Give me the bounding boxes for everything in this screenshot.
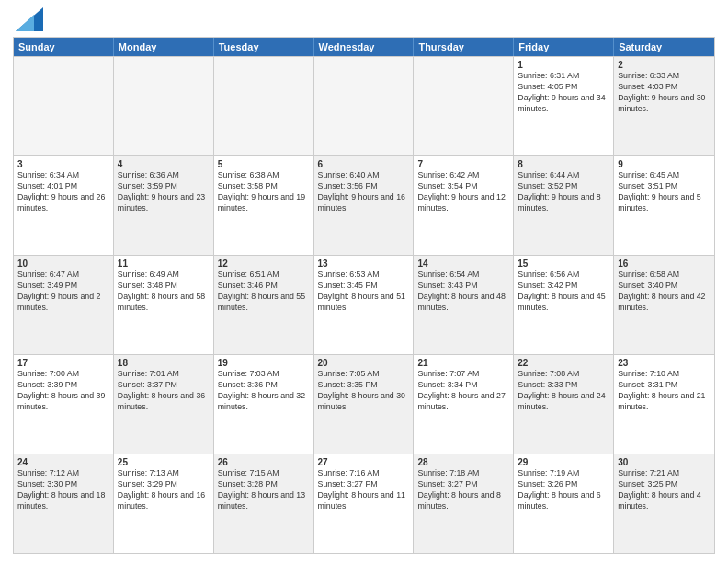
day-number: 6 xyxy=(318,159,410,169)
calendar-body: 1Sunrise: 6:31 AM Sunset: 4:05 PM Daylig… xyxy=(14,56,714,553)
day-info: Sunrise: 6:42 AM Sunset: 3:54 PM Dayligh… xyxy=(417,170,509,214)
calendar-cell xyxy=(14,57,114,155)
day-number: 23 xyxy=(618,358,711,368)
day-info: Sunrise: 6:36 AM Sunset: 3:59 PM Dayligh… xyxy=(118,170,210,214)
day-number: 16 xyxy=(618,259,711,269)
day-info: Sunrise: 7:05 AM Sunset: 3:35 PM Dayligh… xyxy=(318,369,410,413)
logo-text xyxy=(13,13,43,31)
day-info: Sunrise: 6:45 AM Sunset: 3:51 PM Dayligh… xyxy=(618,170,711,214)
calendar-cell: 28Sunrise: 7:18 AM Sunset: 3:27 PM Dayli… xyxy=(414,454,514,553)
day-info: Sunrise: 7:10 AM Sunset: 3:31 PM Dayligh… xyxy=(618,369,711,413)
logo-icon xyxy=(16,7,43,31)
calendar-cell: 8Sunrise: 6:44 AM Sunset: 3:52 PM Daylig… xyxy=(514,156,614,255)
day-number: 22 xyxy=(518,358,609,368)
calendar-cell: 2Sunrise: 6:33 AM Sunset: 4:03 PM Daylig… xyxy=(614,57,714,155)
day-number: 10 xyxy=(17,259,109,269)
day-number: 11 xyxy=(118,259,210,269)
day-number: 30 xyxy=(618,457,711,467)
day-number: 5 xyxy=(218,159,310,169)
day-number: 13 xyxy=(318,259,410,269)
calendar: SundayMondayTuesdayWednesdayThursdayFrid… xyxy=(13,37,715,554)
day-number: 14 xyxy=(417,259,509,269)
logo xyxy=(13,13,43,31)
day-info: Sunrise: 7:07 AM Sunset: 3:34 PM Dayligh… xyxy=(417,369,509,413)
day-info: Sunrise: 7:00 AM Sunset: 3:39 PM Dayligh… xyxy=(17,369,109,413)
calendar-row-2: 3Sunrise: 6:34 AM Sunset: 4:01 PM Daylig… xyxy=(14,155,714,255)
calendar-cell: 19Sunrise: 7:03 AM Sunset: 3:36 PM Dayli… xyxy=(214,355,314,454)
calendar-cell: 23Sunrise: 7:10 AM Sunset: 3:31 PM Dayli… xyxy=(614,355,714,454)
day-number: 26 xyxy=(218,457,310,467)
day-info: Sunrise: 6:38 AM Sunset: 3:58 PM Dayligh… xyxy=(218,170,310,214)
calendar-cell: 6Sunrise: 6:40 AM Sunset: 3:56 PM Daylig… xyxy=(314,156,415,255)
calendar-cell: 3Sunrise: 6:34 AM Sunset: 4:01 PM Daylig… xyxy=(14,156,114,255)
header-day-saturday: Saturday xyxy=(614,38,714,56)
day-info: Sunrise: 6:44 AM Sunset: 3:52 PM Dayligh… xyxy=(518,170,609,214)
day-number: 15 xyxy=(518,259,609,269)
calendar-cell: 21Sunrise: 7:07 AM Sunset: 3:34 PM Dayli… xyxy=(414,355,514,454)
calendar-row-3: 10Sunrise: 6:47 AM Sunset: 3:49 PM Dayli… xyxy=(14,255,714,354)
header xyxy=(13,9,715,31)
day-number: 17 xyxy=(17,358,109,368)
calendar-cell: 4Sunrise: 6:36 AM Sunset: 3:59 PM Daylig… xyxy=(114,156,214,255)
calendar-cell: 16Sunrise: 6:58 AM Sunset: 3:40 PM Dayli… xyxy=(614,256,714,354)
day-number: 12 xyxy=(218,259,310,269)
calendar-cell: 29Sunrise: 7:19 AM Sunset: 3:26 PM Dayli… xyxy=(514,454,614,553)
day-number: 21 xyxy=(417,358,509,368)
day-number: 18 xyxy=(118,358,210,368)
day-number: 1 xyxy=(518,60,609,70)
calendar-header: SundayMondayTuesdayWednesdayThursdayFrid… xyxy=(14,38,714,56)
calendar-cell: 18Sunrise: 7:01 AM Sunset: 3:37 PM Dayli… xyxy=(114,355,214,454)
calendar-cell: 10Sunrise: 6:47 AM Sunset: 3:49 PM Dayli… xyxy=(14,256,114,354)
svg-marker-1 xyxy=(16,15,34,31)
header-day-tuesday: Tuesday xyxy=(214,38,314,56)
calendar-cell: 17Sunrise: 7:00 AM Sunset: 3:39 PM Dayli… xyxy=(14,355,114,454)
day-info: Sunrise: 7:18 AM Sunset: 3:27 PM Dayligh… xyxy=(417,468,509,512)
day-number: 25 xyxy=(118,457,210,467)
day-info: Sunrise: 6:31 AM Sunset: 4:05 PM Dayligh… xyxy=(518,71,609,115)
header-day-wednesday: Wednesday xyxy=(314,38,415,56)
day-info: Sunrise: 6:33 AM Sunset: 4:03 PM Dayligh… xyxy=(618,71,711,115)
header-day-sunday: Sunday xyxy=(14,38,114,56)
day-number: 28 xyxy=(417,457,509,467)
day-number: 20 xyxy=(318,358,410,368)
calendar-row-4: 17Sunrise: 7:00 AM Sunset: 3:39 PM Dayli… xyxy=(14,354,714,454)
day-info: Sunrise: 7:08 AM Sunset: 3:33 PM Dayligh… xyxy=(518,369,609,413)
calendar-cell: 12Sunrise: 6:51 AM Sunset: 3:46 PM Dayli… xyxy=(214,256,314,354)
day-info: Sunrise: 6:40 AM Sunset: 3:56 PM Dayligh… xyxy=(318,170,410,214)
calendar-cell: 27Sunrise: 7:16 AM Sunset: 3:27 PM Dayli… xyxy=(314,454,415,553)
day-number: 29 xyxy=(518,457,609,467)
calendar-cell: 25Sunrise: 7:13 AM Sunset: 3:29 PM Dayli… xyxy=(114,454,214,553)
day-info: Sunrise: 7:19 AM Sunset: 3:26 PM Dayligh… xyxy=(518,468,609,512)
calendar-cell: 5Sunrise: 6:38 AM Sunset: 3:58 PM Daylig… xyxy=(214,156,314,255)
day-info: Sunrise: 7:13 AM Sunset: 3:29 PM Dayligh… xyxy=(118,468,210,512)
day-number: 19 xyxy=(218,358,310,368)
day-info: Sunrise: 7:15 AM Sunset: 3:28 PM Dayligh… xyxy=(218,468,310,512)
header-day-thursday: Thursday xyxy=(414,38,514,56)
calendar-cell: 24Sunrise: 7:12 AM Sunset: 3:30 PM Dayli… xyxy=(14,454,114,553)
calendar-cell: 26Sunrise: 7:15 AM Sunset: 3:28 PM Dayli… xyxy=(214,454,314,553)
header-day-monday: Monday xyxy=(114,38,214,56)
calendar-cell: 22Sunrise: 7:08 AM Sunset: 3:33 PM Dayli… xyxy=(514,355,614,454)
calendar-cell: 11Sunrise: 6:49 AM Sunset: 3:48 PM Dayli… xyxy=(114,256,214,354)
calendar-cell: 30Sunrise: 7:21 AM Sunset: 3:25 PM Dayli… xyxy=(614,454,714,553)
day-number: 27 xyxy=(318,457,410,467)
day-info: Sunrise: 7:01 AM Sunset: 3:37 PM Dayligh… xyxy=(118,369,210,413)
day-info: Sunrise: 7:16 AM Sunset: 3:27 PM Dayligh… xyxy=(318,468,410,512)
day-info: Sunrise: 7:21 AM Sunset: 3:25 PM Dayligh… xyxy=(618,468,711,512)
calendar-cell: 7Sunrise: 6:42 AM Sunset: 3:54 PM Daylig… xyxy=(414,156,514,255)
page: SundayMondayTuesdayWednesdayThursdayFrid… xyxy=(0,0,728,563)
calendar-cell xyxy=(214,57,314,155)
day-info: Sunrise: 7:03 AM Sunset: 3:36 PM Dayligh… xyxy=(218,369,310,413)
day-info: Sunrise: 6:56 AM Sunset: 3:42 PM Dayligh… xyxy=(518,270,609,314)
day-info: Sunrise: 6:54 AM Sunset: 3:43 PM Dayligh… xyxy=(417,270,509,314)
calendar-cell: 14Sunrise: 6:54 AM Sunset: 3:43 PM Dayli… xyxy=(414,256,514,354)
calendar-row-5: 24Sunrise: 7:12 AM Sunset: 3:30 PM Dayli… xyxy=(14,454,714,553)
day-info: Sunrise: 6:34 AM Sunset: 4:01 PM Dayligh… xyxy=(17,170,109,214)
day-info: Sunrise: 6:53 AM Sunset: 3:45 PM Dayligh… xyxy=(318,270,410,314)
header-day-friday: Friday xyxy=(514,38,614,56)
day-number: 7 xyxy=(417,159,509,169)
day-number: 9 xyxy=(618,159,711,169)
day-info: Sunrise: 6:47 AM Sunset: 3:49 PM Dayligh… xyxy=(17,270,109,314)
day-number: 24 xyxy=(17,457,109,467)
calendar-cell: 1Sunrise: 6:31 AM Sunset: 4:05 PM Daylig… xyxy=(514,57,614,155)
